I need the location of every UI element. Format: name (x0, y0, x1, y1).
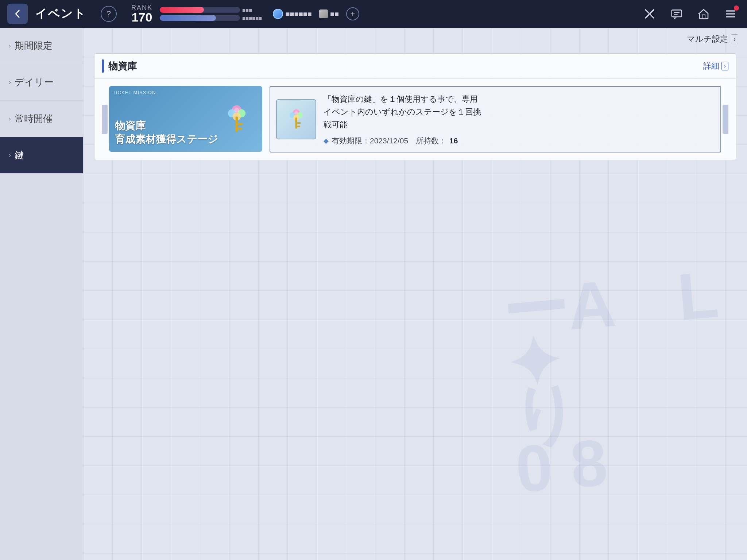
swords-icon-button[interactable] (640, 5, 659, 23)
section-title-bar (102, 59, 104, 73)
svg-rect-18 (238, 123, 243, 125)
key-icon-large (217, 99, 257, 139)
currency-value-2: ■■ (330, 10, 339, 18)
main-content: ーA L ✦ り 0 8 マルチ設定 › 物資庫 詳細 › (83, 28, 747, 560)
item-info-box: 「物資庫の鍵」を１個使用する事で、専用 イベント内のいずれかのステージを１回挑 … (270, 86, 721, 152)
currency-item-2: ■■ (319, 9, 339, 18)
help-button[interactable]: ? (101, 6, 117, 22)
scroll-left-indicator (102, 105, 108, 134)
svg-line-1 (651, 9, 654, 12)
svg-rect-6 (672, 10, 682, 17)
banner-key-image (215, 97, 259, 141)
main-layout: › 期間限定 › デイリー › 常時開催 › 鍵 ーA L ✦ り 0 8 マル… (0, 28, 747, 560)
page-title: イベント (35, 6, 86, 22)
chevron-icon-always: › (9, 115, 11, 123)
svg-rect-17 (236, 116, 238, 132)
sidebar-label-key: 鍵 (15, 149, 24, 162)
exp-value-2: ■■■■■■ (242, 15, 262, 21)
gem-icon-gray (319, 9, 328, 18)
svg-line-4 (645, 9, 648, 12)
key-icon-small (282, 105, 311, 134)
content-area: 物資庫 詳細 › TICKET MISSION (83, 46, 747, 167)
svg-rect-26 (297, 122, 301, 124)
currency-item-1: ■■■■■■ (273, 9, 311, 19)
section-title-area: 物資庫 (102, 59, 137, 73)
sidebar: › 期間限定 › デイリー › 常時開催 › 鍵 (0, 28, 83, 560)
svg-point-20 (234, 108, 239, 112)
currency-area: ■■■■■■ ■■ + (273, 7, 359, 20)
menu-badge (734, 5, 739, 11)
currency-value-1: ■■■■■■ (285, 10, 311, 18)
svg-line-2 (645, 15, 648, 18)
rank-value: 170 (132, 11, 152, 23)
item-thumbnail (276, 99, 316, 139)
item-meta: ◆ 有効期限：2023/12/05 所持数： 16 (324, 136, 715, 146)
section-title: 物資庫 (108, 60, 137, 73)
menu-icon-button[interactable] (721, 5, 740, 23)
item-count: 16 (449, 136, 458, 145)
event-banner[interactable]: TICKET MISSION 物資庫 育成素材獲得ステージ (109, 86, 262, 152)
diamond-icon: ◆ (324, 137, 329, 145)
gem-icon-blue (273, 9, 283, 19)
chevron-icon-key: › (9, 151, 11, 159)
home-icon-button[interactable] (694, 5, 713, 23)
multi-settings-arrow[interactable]: › (731, 34, 738, 44)
sidebar-item-daily[interactable]: › デイリー (0, 64, 83, 101)
exp-bar-xp (160, 15, 240, 21)
svg-point-28 (294, 111, 298, 115)
exp-bar-hp-fill (160, 7, 204, 13)
exp-bars: ■■■ ■■■■■■ (160, 7, 262, 21)
add-currency-button[interactable]: + (346, 7, 359, 20)
sidebar-item-limited[interactable]: › 期間限定 (0, 28, 83, 64)
sidebar-label-limited: 期間限定 (15, 39, 53, 52)
detail-arrow: › (721, 62, 728, 70)
chevron-icon: › (9, 42, 11, 50)
nav-icon-group (640, 5, 740, 23)
exp-value-1: ■■■ (242, 7, 252, 13)
multi-settings-label: マルチ設定 (687, 34, 728, 45)
section-header: 物資庫 詳細 › (94, 54, 736, 79)
sidebar-label-daily: デイリー (15, 76, 54, 89)
rank-area: RANK 170 ■■■ ■■■■■■ (131, 4, 262, 23)
back-button[interactable] (7, 4, 28, 24)
scroll-right-indicator (723, 105, 728, 134)
item-desc-text: 「物資庫の鍵」を１個使用する事で、専用 イベント内のいずれかのステージを１回挑 … (324, 93, 715, 131)
chat-icon-button[interactable] (667, 5, 686, 23)
detail-label: 詳細 (703, 61, 719, 72)
exp-bar-xp-fill (160, 15, 216, 21)
svg-rect-19 (238, 128, 242, 130)
exp-bar-hp (160, 7, 240, 13)
sidebar-item-key[interactable]: › 鍵 (0, 137, 83, 174)
top-navigation: イベント ? RANK 170 ■■■ ■■■■■■ ■■■■■■ (0, 0, 747, 28)
svg-line-5 (651, 15, 654, 18)
svg-rect-27 (297, 125, 300, 127)
section-card-butsushiko: 物資庫 詳細 › TICKET MISSION (94, 53, 736, 160)
watermark: ーA L ✦ り 0 8 (500, 268, 734, 496)
event-item-row: TICKET MISSION 物資庫 育成素材獲得ステージ (94, 79, 736, 160)
section-detail-link[interactable]: 詳細 › (703, 61, 728, 72)
svg-rect-25 (295, 117, 297, 128)
sidebar-item-always[interactable]: › 常時開催 (0, 101, 83, 137)
item-description: 「物資庫の鍵」を１個使用する事で、専用 イベント内のいずれかのステージを１回挑 … (324, 93, 715, 146)
item-expiry-text: 有効期限：2023/12/05 所持数： (332, 136, 446, 146)
sidebar-label-always: 常時開催 (15, 112, 53, 125)
chevron-icon-daily: › (9, 78, 11, 86)
svg-rect-9 (702, 15, 705, 19)
ticket-label: TICKET MISSION (113, 90, 156, 95)
banner-main-text: 物資庫 育成素材獲得ステージ (109, 113, 224, 152)
